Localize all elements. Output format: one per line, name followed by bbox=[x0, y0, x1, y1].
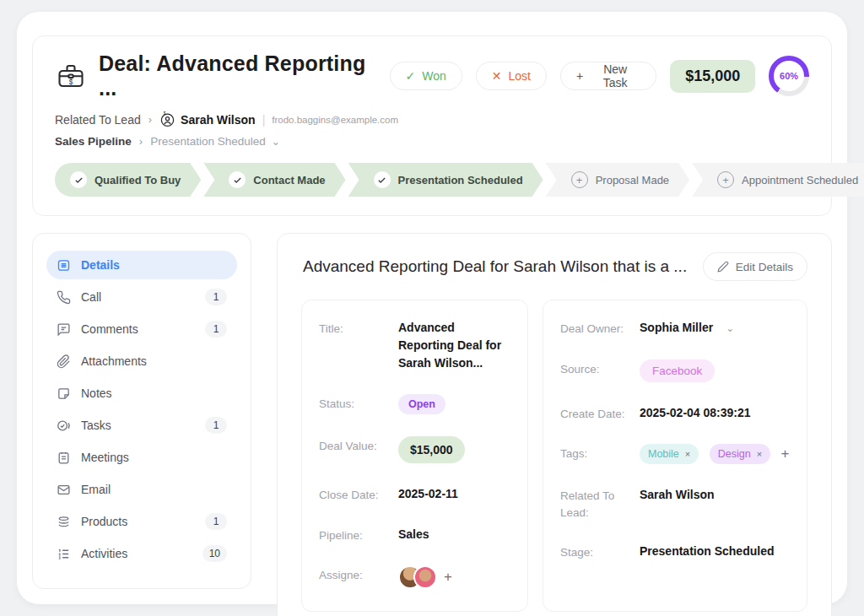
deal-summary-card: Title: Advanced Reporting Deal for Sarah… bbox=[301, 300, 528, 612]
assignee-avatar[interactable] bbox=[413, 565, 437, 589]
remove-tag-icon[interactable]: × bbox=[685, 449, 690, 459]
app-window: $ Deal: Advanced Reporting ... ✓ Won ✕ L… bbox=[17, 12, 847, 604]
deal-meta-card: Deal Owner: Sophia Miller ⌄ Source: Face… bbox=[543, 300, 807, 612]
count-badge: 1 bbox=[205, 289, 227, 305]
pipeline-breadcrumb: Sales Pipeline › Presentation Sheduled ⌄ bbox=[55, 135, 809, 148]
pipeline-label: Pipeline: bbox=[319, 526, 398, 544]
note-icon bbox=[57, 386, 71, 401]
stage-qualified-to-buy[interactable]: Qualified To Buy bbox=[55, 163, 201, 197]
count-badge: 10 bbox=[202, 545, 227, 562]
pipeline-stage-bar: Qualified To Buy Contact Made Presentati… bbox=[55, 163, 809, 197]
sidebar-item-attachments[interactable]: Attachments bbox=[46, 347, 237, 376]
stage-value: Presentation Scheduled bbox=[640, 543, 774, 560]
related-to-lead-label: Related To Lead: bbox=[560, 486, 640, 521]
cross-icon: ✕ bbox=[492, 70, 502, 82]
tag-design: Design × bbox=[710, 444, 770, 464]
deal-detail-title: Advanced Reporting Deal for Sarah Wilson… bbox=[303, 257, 687, 276]
sidebar-item-products[interactable]: Products 1 bbox=[46, 507, 237, 536]
briefcase-dollar-icon: $ bbox=[55, 61, 87, 91]
remove-tag-icon[interactable]: × bbox=[757, 449, 762, 459]
current-stage-dropdown[interactable]: Presentation Sheduled bbox=[150, 135, 266, 148]
chevron-down-icon: ⌄ bbox=[272, 136, 280, 148]
tag-mobile: Mobile × bbox=[640, 444, 699, 464]
chevron-right-icon: › bbox=[139, 135, 143, 148]
deal-owner-dropdown[interactable]: Sophia Miller ⌄ bbox=[640, 319, 734, 337]
related-to-lead-label: Related To Lead bbox=[55, 113, 141, 127]
lead-name-link[interactable]: Sarah Wilson bbox=[181, 113, 256, 127]
deal-detail-panel: Advanced Reporting Deal for Sarah Wilson… bbox=[277, 233, 832, 616]
sidebar-item-notes[interactable]: Notes bbox=[46, 379, 237, 408]
check-icon: ✓ bbox=[406, 70, 416, 82]
count-badge: 1 bbox=[205, 513, 227, 530]
lead-breadcrumb: Related To Lead › $ Sarah Wilson | frodo… bbox=[55, 111, 809, 127]
assignee-avatars: + bbox=[398, 565, 452, 589]
new-task-button[interactable]: + New Task bbox=[560, 62, 656, 90]
sidebar-item-meetings[interactable]: Meetings bbox=[46, 443, 237, 472]
deal-value-label: Deal Value: bbox=[319, 436, 398, 455]
stage-proposal-made[interactable]: + Proposal Made bbox=[546, 163, 689, 197]
stage-presentation-scheduled[interactable]: Presentation Scheduled bbox=[348, 163, 543, 197]
comment-icon bbox=[57, 322, 71, 337]
stack-icon bbox=[57, 515, 71, 529]
won-button[interactable]: ✓ Won bbox=[390, 62, 462, 90]
chevron-down-icon: ⌄ bbox=[726, 322, 734, 334]
details-icon bbox=[57, 258, 71, 273]
deal-header-card: $ Deal: Advanced Reporting ... ✓ Won ✕ L… bbox=[32, 35, 832, 216]
add-assignee-button[interactable]: + bbox=[444, 569, 452, 586]
stage-appointment-scheduled[interactable]: + Appointment Scheduled bbox=[692, 163, 864, 197]
tags-label: Tags: bbox=[560, 444, 640, 462]
win-probability-value: 60% bbox=[774, 61, 804, 91]
pipe-divider: | bbox=[262, 113, 266, 127]
pipeline-name-link[interactable]: Sales Pipeline bbox=[55, 135, 132, 148]
count-badge: 1 bbox=[205, 417, 227, 434]
chevron-right-icon: › bbox=[148, 113, 152, 126]
create-date-label: Create Date: bbox=[560, 404, 640, 423]
title-value: Advanced Reporting Deal for Sarah Wilson… bbox=[398, 319, 510, 372]
deal-value-badge: $15,000 bbox=[398, 436, 465, 463]
sidebar-item-details[interactable]: Details bbox=[46, 251, 237, 279]
lead-email: frodo.baggins@example.com bbox=[272, 115, 398, 125]
stage-check-icon bbox=[229, 171, 246, 188]
tags-list: Mobile × Design × + bbox=[640, 444, 789, 464]
svg-text:$: $ bbox=[69, 78, 73, 86]
title-label: Title: bbox=[319, 319, 398, 338]
assignee-label: Assigne: bbox=[319, 565, 398, 584]
stage-label: Stage: bbox=[560, 543, 640, 561]
status-label: Status: bbox=[319, 394, 398, 413]
source-label: Source: bbox=[560, 359, 640, 378]
lead-avatar-icon: $ bbox=[159, 111, 176, 127]
sidebar-item-tasks[interactable]: Tasks 1 bbox=[46, 411, 237, 440]
count-badge: 1 bbox=[205, 321, 227, 338]
stage-plus-icon: + bbox=[717, 171, 734, 188]
sidebar-item-activities[interactable]: Activities 10 bbox=[46, 539, 237, 568]
deal-amount-badge: $15,000 bbox=[670, 60, 755, 93]
stage-contact-made[interactable]: Contact Made bbox=[203, 163, 345, 197]
pencil-icon bbox=[717, 261, 729, 273]
sidebar-item-call[interactable]: Call 1 bbox=[46, 283, 237, 311]
source-badge: Facebook bbox=[640, 359, 715, 382]
sidebar-item-email[interactable]: Email bbox=[46, 475, 237, 504]
stage-check-icon bbox=[70, 171, 87, 188]
plus-icon: + bbox=[576, 70, 583, 82]
clipboard-icon bbox=[57, 451, 71, 465]
stage-plus-icon: + bbox=[571, 171, 588, 188]
edit-details-button[interactable]: Edit Details bbox=[703, 252, 807, 281]
deal-owner-label: Deal Owner: bbox=[560, 319, 640, 338]
sidebar-item-comments[interactable]: Comments 1 bbox=[46, 315, 237, 343]
close-date-value: 2025-02-11 bbox=[398, 485, 458, 503]
pipeline-value: Sales bbox=[398, 526, 429, 543]
phone-icon bbox=[57, 290, 71, 305]
status-badge: Open bbox=[398, 394, 446, 414]
close-date-label: Close Date: bbox=[319, 485, 398, 504]
add-tag-button[interactable]: + bbox=[781, 446, 790, 462]
paperclip-icon bbox=[57, 354, 71, 369]
svg-text:$: $ bbox=[164, 111, 166, 116]
related-to-lead-value: Sarah Wilson bbox=[640, 486, 715, 504]
envelope-icon bbox=[57, 483, 71, 497]
deal-title: Deal: Advanced Reporting ... bbox=[99, 51, 390, 100]
deal-nav-sidebar: Details Call 1 Comments 1 Attac bbox=[32, 233, 251, 589]
ordered-list-icon bbox=[57, 547, 71, 561]
win-probability-ring: 60% bbox=[769, 56, 809, 96]
lost-button[interactable]: ✕ Lost bbox=[476, 62, 547, 90]
create-date-value: 2025-02-04 08:39:21 bbox=[640, 404, 751, 422]
